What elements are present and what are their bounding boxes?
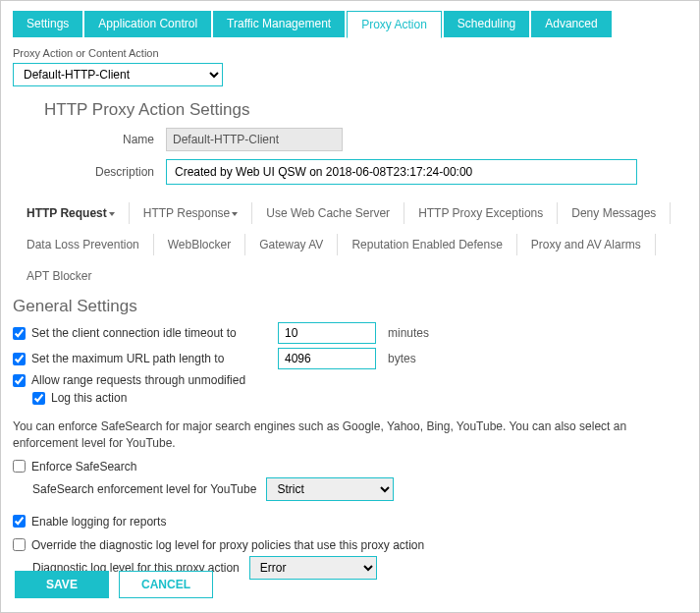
main-tabs: Settings Application Control Traffic Man… xyxy=(13,11,687,37)
tab-scheduling[interactable]: Scheduling xyxy=(444,11,529,37)
save-button[interactable]: SAVE xyxy=(15,571,109,598)
range-requests-label: Allow range requests through unmodified xyxy=(31,373,245,387)
description-label: Description xyxy=(13,165,166,179)
subnav-proxy-av-alarms[interactable]: Proxy and AV Alarms xyxy=(517,234,656,255)
subnav-apt-blocker[interactable]: APT Blocker xyxy=(13,265,105,287)
safesearch-level-select[interactable]: Strict xyxy=(266,477,394,501)
button-row: SAVE CANCEL xyxy=(15,571,213,598)
section-http-proxy-title: HTTP Proxy Action Settings xyxy=(44,100,687,120)
subnav-web-cache[interactable]: Use Web Cache Server xyxy=(252,202,404,224)
idle-timeout-label: Set the client connection idle timeout t… xyxy=(31,326,237,340)
subnav-http-response[interactable]: HTTP Response xyxy=(130,202,252,224)
subnav-gateway-av[interactable]: Gateway AV xyxy=(245,234,338,255)
enable-logging-label: Enable logging for reports xyxy=(31,515,166,529)
url-length-label: Set the maximum URL path length to xyxy=(31,352,224,365)
override-log-level-checkbox[interactable] xyxy=(13,538,26,551)
subnav: HTTP Request HTTP Response Use Web Cache… xyxy=(13,202,687,287)
subnav-dlp[interactable]: Data Loss Prevention xyxy=(13,234,154,255)
idle-timeout-input[interactable] xyxy=(278,322,376,344)
idle-timeout-checkbox[interactable] xyxy=(13,327,26,340)
cancel-button[interactable]: CANCEL xyxy=(119,571,213,598)
tab-advanced[interactable]: Advanced xyxy=(531,11,611,37)
log-action-checkbox[interactable] xyxy=(32,392,45,405)
general-settings-title: General Settings xyxy=(13,297,687,316)
name-input xyxy=(166,128,343,151)
safesearch-level-label: SafeSearch enforcement level for YouTube xyxy=(32,482,256,496)
proxy-action-select[interactable]: Default-HTTP-Client xyxy=(13,63,223,86)
tab-application-control[interactable]: Application Control xyxy=(84,11,211,37)
tab-settings[interactable]: Settings xyxy=(13,11,82,37)
idle-timeout-unit: minutes xyxy=(388,326,429,340)
subnav-reputation[interactable]: Reputation Enabled Defense xyxy=(338,234,516,255)
override-log-level-label: Override the diagnostic log level for pr… xyxy=(31,538,424,552)
enable-logging-checkbox[interactable] xyxy=(13,515,26,528)
enforce-safesearch-label: Enforce SafeSearch xyxy=(31,460,136,474)
url-length-input[interactable] xyxy=(278,348,376,369)
page: Settings Application Control Traffic Man… xyxy=(0,0,700,613)
url-length-unit: bytes xyxy=(388,352,416,365)
tab-proxy-action[interactable]: Proxy Action xyxy=(347,11,442,38)
subnav-deny-messages[interactable]: Deny Messages xyxy=(558,202,671,224)
subnav-http-exceptions[interactable]: HTTP Proxy Exceptions xyxy=(404,202,558,224)
range-requests-checkbox[interactable] xyxy=(13,374,26,387)
subnav-webblocker[interactable]: WebBlocker xyxy=(154,234,245,255)
tab-traffic-management[interactable]: Traffic Management xyxy=(213,11,345,37)
url-length-checkbox[interactable] xyxy=(13,353,26,365)
safesearch-paragraph: You can enforce SafeSearch for major sea… xyxy=(13,418,687,452)
name-label: Name xyxy=(13,133,166,146)
log-action-label: Log this action xyxy=(51,391,127,405)
diag-log-level-select[interactable]: Error xyxy=(249,556,377,580)
caret-down-icon xyxy=(232,212,238,216)
enforce-safesearch-checkbox[interactable] xyxy=(13,460,26,473)
proxy-action-label: Proxy Action or Content Action xyxy=(13,47,687,59)
caret-down-icon xyxy=(109,212,115,216)
description-input[interactable] xyxy=(166,159,637,185)
subnav-http-request[interactable]: HTTP Request xyxy=(13,202,130,224)
